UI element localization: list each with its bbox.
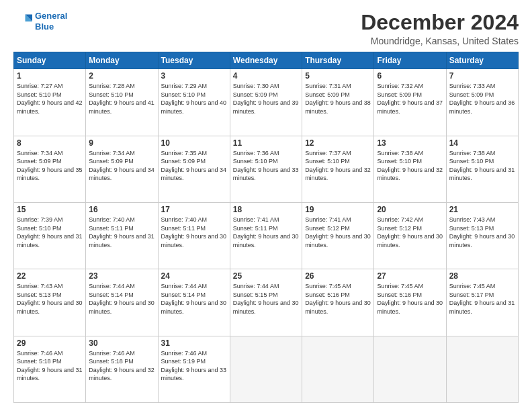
calendar-cell: [374, 336, 446, 402]
day-number: 15: [17, 205, 83, 214]
calendar-cell: 22 Sunrise: 7:43 AMSunset: 5:13 PMDaylig…: [14, 269, 86, 336]
header-row: SundayMondayTuesdayWednesdayThursdayFrid…: [14, 52, 519, 69]
calendar-cell: 15 Sunrise: 7:39 AMSunset: 5:10 PMDaylig…: [14, 202, 86, 269]
calendar-week: 29 Sunrise: 7:46 AMSunset: 5:18 PMDaylig…: [14, 336, 519, 402]
calendar-cell: 8 Sunrise: 7:34 AMSunset: 5:09 PMDayligh…: [14, 136, 86, 202]
day-info: Sunrise: 7:40 AMSunset: 5:11 PMDaylight:…: [89, 216, 154, 249]
weekday-header: Tuesday: [158, 52, 230, 69]
day-number: 20: [377, 205, 443, 214]
calendar-cell: 19 Sunrise: 7:41 AMSunset: 5:12 PMDaylig…: [302, 202, 374, 269]
calendar-cell: 27 Sunrise: 7:45 AMSunset: 5:16 PMDaylig…: [374, 269, 446, 336]
day-number: 5: [305, 71, 371, 81]
page: General Blue December 2024 Moundridge, K…: [0, 0, 532, 411]
day-number: 25: [233, 271, 299, 281]
day-info: Sunrise: 7:44 AMSunset: 5:15 PMDaylight:…: [233, 282, 299, 316]
calendar-cell: [446, 336, 518, 402]
day-number: 6: [377, 71, 443, 81]
calendar-cell: 5 Sunrise: 7:31 AMSunset: 5:09 PMDayligh…: [302, 69, 374, 136]
day-info: Sunrise: 7:41 AMSunset: 5:11 PMDaylight:…: [233, 216, 299, 249]
day-info: Sunrise: 7:33 AMSunset: 5:09 PMDaylight:…: [449, 82, 515, 116]
day-info: Sunrise: 7:34 AMSunset: 5:09 PMDaylight:…: [89, 149, 154, 183]
header: General Blue December 2024 Moundridge, K…: [13, 11, 519, 46]
day-info: Sunrise: 7:45 AMSunset: 5:16 PMDaylight:…: [377, 282, 443, 316]
day-number: 18: [233, 205, 299, 214]
calendar-cell: 20 Sunrise: 7:42 AMSunset: 5:12 PMDaylig…: [374, 202, 446, 269]
calendar-cell: 17 Sunrise: 7:40 AMSunset: 5:11 PMDaylig…: [158, 202, 230, 269]
day-number: 10: [161, 138, 227, 148]
calendar-cell: 9 Sunrise: 7:34 AMSunset: 5:09 PMDayligh…: [86, 136, 158, 202]
month-title: December 2024: [361, 11, 519, 34]
calendar-cell: 1 Sunrise: 7:27 AMSunset: 5:10 PMDayligh…: [14, 69, 86, 136]
day-info: Sunrise: 7:45 AMSunset: 5:16 PMDaylight:…: [305, 282, 371, 316]
calendar-cell: [302, 336, 374, 402]
calendar-cell: 2 Sunrise: 7:28 AMSunset: 5:10 PMDayligh…: [86, 69, 158, 136]
day-info: Sunrise: 7:35 AMSunset: 5:09 PMDaylight:…: [161, 149, 227, 183]
calendar-cell: 23 Sunrise: 7:44 AMSunset: 5:14 PMDaylig…: [86, 269, 158, 336]
calendar-cell: 29 Sunrise: 7:46 AMSunset: 5:18 PMDaylig…: [14, 336, 86, 402]
calendar-cell: 25 Sunrise: 7:44 AMSunset: 5:15 PMDaylig…: [230, 269, 302, 336]
day-number: 31: [161, 338, 227, 348]
day-info: Sunrise: 7:31 AMSunset: 5:09 PMDaylight:…: [305, 82, 371, 116]
day-number: 8: [17, 138, 83, 148]
day-number: 1: [17, 71, 83, 81]
day-info: Sunrise: 7:30 AMSunset: 5:09 PMDaylight:…: [233, 82, 299, 116]
calendar-cell: 14 Sunrise: 7:38 AMSunset: 5:10 PMDaylig…: [446, 136, 518, 202]
day-info: Sunrise: 7:43 AMSunset: 5:13 PMDaylight:…: [449, 216, 515, 249]
logo-text: General Blue: [35, 11, 67, 32]
calendar-week: 8 Sunrise: 7:34 AMSunset: 5:09 PMDayligh…: [14, 136, 519, 202]
title-area: December 2024 Moundridge, Kansas, United…: [361, 11, 519, 46]
weekday-header: Saturday: [446, 52, 518, 69]
calendar-cell: [230, 336, 302, 402]
day-info: Sunrise: 7:40 AMSunset: 5:11 PMDaylight:…: [161, 216, 227, 249]
calendar-cell: 26 Sunrise: 7:45 AMSunset: 5:16 PMDaylig…: [302, 269, 374, 336]
day-number: 7: [449, 71, 515, 81]
day-number: 9: [89, 138, 154, 148]
day-number: 2: [89, 71, 154, 81]
calendar-cell: 28 Sunrise: 7:45 AMSunset: 5:17 PMDaylig…: [446, 269, 518, 336]
day-info: Sunrise: 7:38 AMSunset: 5:10 PMDaylight:…: [377, 149, 443, 183]
day-number: 21: [449, 205, 515, 214]
calendar-cell: 18 Sunrise: 7:41 AMSunset: 5:11 PMDaylig…: [230, 202, 302, 269]
logo: General Blue: [13, 11, 67, 32]
calendar-cell: 21 Sunrise: 7:43 AMSunset: 5:13 PMDaylig…: [446, 202, 518, 269]
weekday-header: Sunday: [14, 52, 86, 69]
weekday-header: Friday: [374, 52, 446, 69]
day-number: 16: [89, 205, 154, 214]
day-number: 12: [305, 138, 371, 148]
location: Moundridge, Kansas, United States: [361, 36, 519, 46]
day-info: Sunrise: 7:27 AMSunset: 5:10 PMDaylight:…: [17, 82, 83, 116]
day-info: Sunrise: 7:42 AMSunset: 5:12 PMDaylight:…: [377, 216, 443, 249]
day-info: Sunrise: 7:45 AMSunset: 5:17 PMDaylight:…: [449, 282, 515, 316]
day-number: 4: [233, 71, 299, 81]
day-number: 14: [449, 138, 515, 148]
day-number: 23: [89, 271, 154, 281]
calendar-table: SundayMondayTuesdayWednesdayThursdayFrid…: [13, 52, 519, 403]
day-info: Sunrise: 7:43 AMSunset: 5:13 PMDaylight:…: [17, 282, 83, 316]
day-info: Sunrise: 7:29 AMSunset: 5:10 PMDaylight:…: [161, 82, 227, 116]
day-info: Sunrise: 7:41 AMSunset: 5:12 PMDaylight:…: [305, 216, 371, 249]
day-info: Sunrise: 7:46 AMSunset: 5:19 PMDaylight:…: [161, 349, 227, 383]
day-info: Sunrise: 7:34 AMSunset: 5:09 PMDaylight:…: [17, 149, 83, 183]
calendar-week: 15 Sunrise: 7:39 AMSunset: 5:10 PMDaylig…: [14, 202, 519, 269]
day-number: 3: [161, 71, 227, 81]
calendar-cell: 30 Sunrise: 7:46 AMSunset: 5:18 PMDaylig…: [86, 336, 158, 402]
logo-icon: [13, 12, 32, 31]
calendar-cell: 31 Sunrise: 7:46 AMSunset: 5:19 PMDaylig…: [158, 336, 230, 402]
day-number: 22: [17, 271, 83, 281]
day-number: 24: [161, 271, 227, 281]
day-number: 30: [89, 338, 154, 348]
day-number: 29: [17, 338, 83, 348]
calendar-cell: 11 Sunrise: 7:36 AMSunset: 5:10 PMDaylig…: [230, 136, 302, 202]
day-info: Sunrise: 7:38 AMSunset: 5:10 PMDaylight:…: [449, 149, 515, 183]
weekday-header: Thursday: [302, 52, 374, 69]
day-info: Sunrise: 7:46 AMSunset: 5:18 PMDaylight:…: [17, 349, 83, 383]
day-info: Sunrise: 7:37 AMSunset: 5:10 PMDaylight:…: [305, 149, 371, 183]
calendar-cell: 13 Sunrise: 7:38 AMSunset: 5:10 PMDaylig…: [374, 136, 446, 202]
day-number: 11: [233, 138, 299, 148]
day-number: 28: [449, 271, 515, 281]
day-info: Sunrise: 7:28 AMSunset: 5:10 PMDaylight:…: [89, 82, 154, 116]
calendar-cell: 12 Sunrise: 7:37 AMSunset: 5:10 PMDaylig…: [302, 136, 374, 202]
weekday-header: Wednesday: [230, 52, 302, 69]
day-number: 13: [377, 138, 443, 148]
day-info: Sunrise: 7:44 AMSunset: 5:14 PMDaylight:…: [161, 282, 227, 316]
